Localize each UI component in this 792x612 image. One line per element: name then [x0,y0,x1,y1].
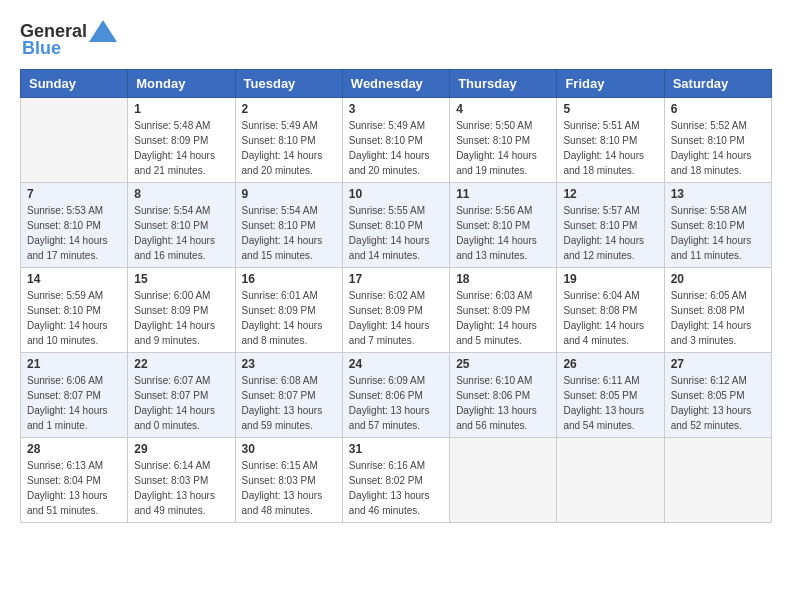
day-info: Sunrise: 6:11 AM Sunset: 8:05 PM Dayligh… [563,373,657,433]
day-info: Sunrise: 6:05 AM Sunset: 8:08 PM Dayligh… [671,288,765,348]
weekday-header: Tuesday [235,70,342,98]
weekday-header: Monday [128,70,235,98]
calendar-cell: 13Sunrise: 5:58 AM Sunset: 8:10 PM Dayli… [664,183,771,268]
calendar-cell: 15Sunrise: 6:00 AM Sunset: 8:09 PM Dayli… [128,268,235,353]
day-number: 9 [242,187,336,201]
day-number: 16 [242,272,336,286]
calendar-cell: 4Sunrise: 5:50 AM Sunset: 8:10 PM Daylig… [450,98,557,183]
calendar-cell: 9Sunrise: 5:54 AM Sunset: 8:10 PM Daylig… [235,183,342,268]
day-number: 4 [456,102,550,116]
day-number: 12 [563,187,657,201]
day-number: 22 [134,357,228,371]
calendar-cell: 14Sunrise: 5:59 AM Sunset: 8:10 PM Dayli… [21,268,128,353]
calendar-cell: 16Sunrise: 6:01 AM Sunset: 8:09 PM Dayli… [235,268,342,353]
day-info: Sunrise: 5:51 AM Sunset: 8:10 PM Dayligh… [563,118,657,178]
day-number: 7 [27,187,121,201]
day-info: Sunrise: 6:01 AM Sunset: 8:09 PM Dayligh… [242,288,336,348]
day-number: 1 [134,102,228,116]
calendar-cell: 3Sunrise: 5:49 AM Sunset: 8:10 PM Daylig… [342,98,449,183]
calendar-table: SundayMondayTuesdayWednesdayThursdayFrid… [20,69,772,523]
day-info: Sunrise: 5:54 AM Sunset: 8:10 PM Dayligh… [242,203,336,263]
calendar-week-row: 1Sunrise: 5:48 AM Sunset: 8:09 PM Daylig… [21,98,772,183]
calendar-cell: 23Sunrise: 6:08 AM Sunset: 8:07 PM Dayli… [235,353,342,438]
day-number: 29 [134,442,228,456]
day-number: 21 [27,357,121,371]
day-number: 15 [134,272,228,286]
day-number: 20 [671,272,765,286]
calendar-cell: 12Sunrise: 5:57 AM Sunset: 8:10 PM Dayli… [557,183,664,268]
day-number: 24 [349,357,443,371]
calendar-cell: 1Sunrise: 5:48 AM Sunset: 8:09 PM Daylig… [128,98,235,183]
day-info: Sunrise: 5:56 AM Sunset: 8:10 PM Dayligh… [456,203,550,263]
day-info: Sunrise: 5:48 AM Sunset: 8:09 PM Dayligh… [134,118,228,178]
logo-blue-text: Blue [22,38,61,59]
day-info: Sunrise: 6:00 AM Sunset: 8:09 PM Dayligh… [134,288,228,348]
day-info: Sunrise: 6:09 AM Sunset: 8:06 PM Dayligh… [349,373,443,433]
day-info: Sunrise: 5:53 AM Sunset: 8:10 PM Dayligh… [27,203,121,263]
day-number: 8 [134,187,228,201]
day-info: Sunrise: 5:59 AM Sunset: 8:10 PM Dayligh… [27,288,121,348]
day-number: 10 [349,187,443,201]
day-info: Sunrise: 6:02 AM Sunset: 8:09 PM Dayligh… [349,288,443,348]
calendar-cell: 20Sunrise: 6:05 AM Sunset: 8:08 PM Dayli… [664,268,771,353]
day-info: Sunrise: 5:58 AM Sunset: 8:10 PM Dayligh… [671,203,765,263]
calendar-week-row: 14Sunrise: 5:59 AM Sunset: 8:10 PM Dayli… [21,268,772,353]
weekday-header: Friday [557,70,664,98]
day-info: Sunrise: 6:10 AM Sunset: 8:06 PM Dayligh… [456,373,550,433]
weekday-header: Sunday [21,70,128,98]
day-info: Sunrise: 6:14 AM Sunset: 8:03 PM Dayligh… [134,458,228,518]
calendar-week-row: 7Sunrise: 5:53 AM Sunset: 8:10 PM Daylig… [21,183,772,268]
calendar-cell [450,438,557,523]
day-info: Sunrise: 6:03 AM Sunset: 8:09 PM Dayligh… [456,288,550,348]
day-info: Sunrise: 5:55 AM Sunset: 8:10 PM Dayligh… [349,203,443,263]
calendar-cell: 7Sunrise: 5:53 AM Sunset: 8:10 PM Daylig… [21,183,128,268]
day-number: 2 [242,102,336,116]
calendar-cell [664,438,771,523]
day-number: 26 [563,357,657,371]
calendar-cell: 29Sunrise: 6:14 AM Sunset: 8:03 PM Dayli… [128,438,235,523]
day-number: 25 [456,357,550,371]
logo-icon [89,20,117,42]
day-number: 18 [456,272,550,286]
weekday-header: Thursday [450,70,557,98]
page-header: General Blue [20,20,772,59]
calendar-cell: 22Sunrise: 6:07 AM Sunset: 8:07 PM Dayli… [128,353,235,438]
calendar-cell [557,438,664,523]
day-info: Sunrise: 6:15 AM Sunset: 8:03 PM Dayligh… [242,458,336,518]
day-number: 28 [27,442,121,456]
day-number: 6 [671,102,765,116]
calendar-cell: 24Sunrise: 6:09 AM Sunset: 8:06 PM Dayli… [342,353,449,438]
day-info: Sunrise: 5:57 AM Sunset: 8:10 PM Dayligh… [563,203,657,263]
calendar-cell: 25Sunrise: 6:10 AM Sunset: 8:06 PM Dayli… [450,353,557,438]
calendar-cell: 10Sunrise: 5:55 AM Sunset: 8:10 PM Dayli… [342,183,449,268]
day-info: Sunrise: 6:13 AM Sunset: 8:04 PM Dayligh… [27,458,121,518]
calendar-cell: 21Sunrise: 6:06 AM Sunset: 8:07 PM Dayli… [21,353,128,438]
calendar-cell: 27Sunrise: 6:12 AM Sunset: 8:05 PM Dayli… [664,353,771,438]
day-number: 13 [671,187,765,201]
calendar-cell: 17Sunrise: 6:02 AM Sunset: 8:09 PM Dayli… [342,268,449,353]
calendar-cell: 26Sunrise: 6:11 AM Sunset: 8:05 PM Dayli… [557,353,664,438]
day-info: Sunrise: 5:54 AM Sunset: 8:10 PM Dayligh… [134,203,228,263]
day-number: 17 [349,272,443,286]
calendar-cell: 8Sunrise: 5:54 AM Sunset: 8:10 PM Daylig… [128,183,235,268]
calendar-cell: 31Sunrise: 6:16 AM Sunset: 8:02 PM Dayli… [342,438,449,523]
day-info: Sunrise: 5:49 AM Sunset: 8:10 PM Dayligh… [242,118,336,178]
calendar-cell: 18Sunrise: 6:03 AM Sunset: 8:09 PM Dayli… [450,268,557,353]
calendar-cell: 2Sunrise: 5:49 AM Sunset: 8:10 PM Daylig… [235,98,342,183]
day-info: Sunrise: 6:16 AM Sunset: 8:02 PM Dayligh… [349,458,443,518]
day-number: 19 [563,272,657,286]
day-info: Sunrise: 6:04 AM Sunset: 8:08 PM Dayligh… [563,288,657,348]
calendar-cell: 6Sunrise: 5:52 AM Sunset: 8:10 PM Daylig… [664,98,771,183]
svg-marker-0 [89,20,117,42]
day-info: Sunrise: 5:52 AM Sunset: 8:10 PM Dayligh… [671,118,765,178]
day-info: Sunrise: 6:07 AM Sunset: 8:07 PM Dayligh… [134,373,228,433]
calendar-cell: 28Sunrise: 6:13 AM Sunset: 8:04 PM Dayli… [21,438,128,523]
calendar-cell: 11Sunrise: 5:56 AM Sunset: 8:10 PM Dayli… [450,183,557,268]
calendar-week-row: 28Sunrise: 6:13 AM Sunset: 8:04 PM Dayli… [21,438,772,523]
calendar-week-row: 21Sunrise: 6:06 AM Sunset: 8:07 PM Dayli… [21,353,772,438]
weekday-header: Wednesday [342,70,449,98]
day-number: 31 [349,442,443,456]
day-number: 5 [563,102,657,116]
calendar-cell: 5Sunrise: 5:51 AM Sunset: 8:10 PM Daylig… [557,98,664,183]
day-info: Sunrise: 6:08 AM Sunset: 8:07 PM Dayligh… [242,373,336,433]
